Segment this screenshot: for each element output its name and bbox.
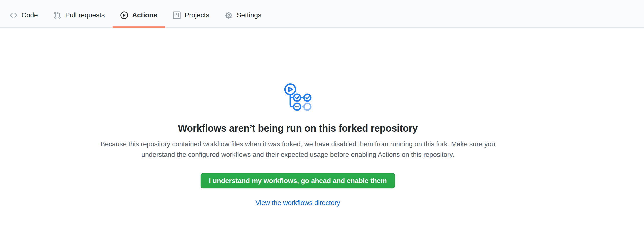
tab-label: Pull requests (65, 12, 105, 19)
enable-workflows-button[interactable]: I understand my workflows, go ahead and … (200, 173, 395, 188)
workflow-graph-icon (283, 82, 313, 112)
tab-settings[interactable]: Settings (217, 0, 269, 28)
view-workflows-directory-link[interactable]: View the workflows directory (256, 199, 340, 206)
repo-tab-nav: Code Pull requests Actions Projects Sett… (0, 0, 644, 28)
tab-label: Code (22, 12, 38, 19)
git-pull-request-icon (54, 12, 61, 19)
tab-code[interactable]: Code (2, 0, 46, 28)
tab-actions[interactable]: Actions (113, 0, 165, 28)
gear-icon (225, 12, 232, 19)
actions-disabled-blankslate: Workflows aren’t being run on this forke… (0, 28, 596, 207)
tab-pull-requests[interactable]: Pull requests (46, 0, 113, 28)
tab-label: Settings (237, 12, 262, 19)
tab-label: Projects (185, 12, 209, 19)
code-icon (10, 12, 17, 19)
project-icon (173, 12, 180, 19)
tab-projects[interactable]: Projects (165, 0, 217, 28)
blankslate-description: Because this repository contained workfl… (98, 139, 498, 160)
play-icon (120, 12, 128, 19)
blankslate-title: Workflows aren’t being run on this forke… (0, 123, 596, 134)
tab-label: Actions (132, 12, 157, 19)
